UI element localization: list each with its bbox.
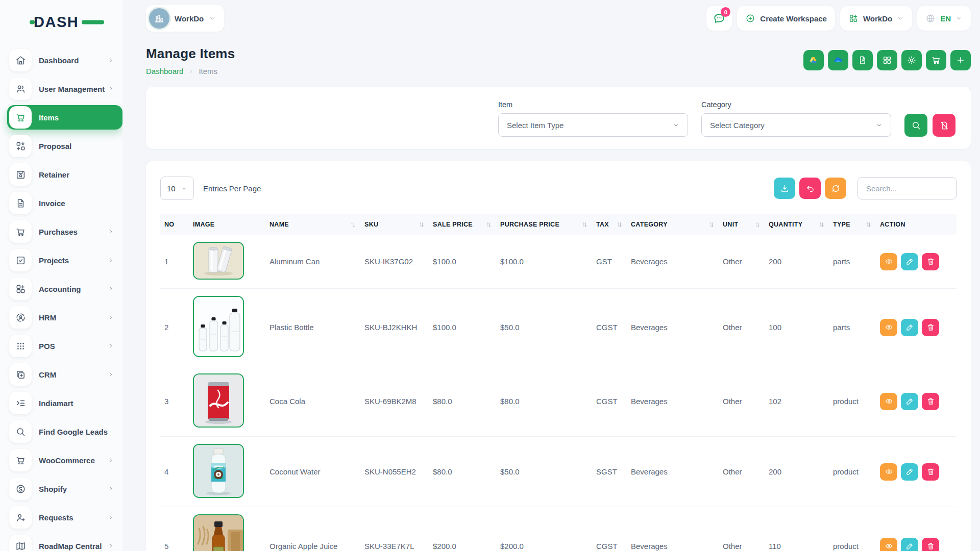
view-item-button[interactable]: [880, 393, 897, 410]
view-item-button[interactable]: [880, 253, 897, 270]
settings-button[interactable]: [901, 50, 922, 70]
sidebar-item-invoice[interactable]: Invoice: [7, 191, 122, 215]
sidebar-item-find-google-leads[interactable]: Find Google Leads: [7, 419, 122, 444]
column-header-type[interactable]: TYPE: [829, 214, 876, 235]
sort-icon[interactable]: [754, 221, 761, 228]
chevron-down-icon: [209, 15, 216, 22]
pencil-icon: [905, 467, 914, 476]
quick-actions: [803, 50, 971, 70]
sidebar-item-items[interactable]: Items: [7, 105, 122, 130]
column-header-category[interactable]: CATEGORY: [627, 214, 719, 235]
table-search-input[interactable]: [857, 177, 957, 199]
gear-icon: [906, 55, 917, 65]
delete-item-button[interactable]: [922, 463, 939, 481]
sidebar-item-projects[interactable]: Projects: [7, 248, 122, 272]
grid-view-button[interactable]: [877, 50, 897, 70]
undo-button[interactable]: [799, 178, 821, 199]
apps-menu-button[interactable]: WorkDo: [840, 6, 912, 31]
sidebar-item-user-management[interactable]: User Management: [7, 77, 122, 101]
edit-item-button[interactable]: [901, 393, 918, 410]
search-icon: [911, 120, 921, 131]
sidebar: DASH Dashboard User Management Items Pro…: [0, 0, 122, 551]
sort-icon[interactable]: [350, 221, 356, 228]
item-tax: CGST: [592, 507, 627, 551]
sidebar-item-purchases[interactable]: Purchases: [7, 219, 122, 244]
building-icon: [154, 13, 165, 24]
sidebar-item-indiamart[interactable]: Indiamart: [7, 391, 122, 415]
brand-logo[interactable]: DASH: [0, 8, 122, 36]
edit-item-button[interactable]: [901, 253, 918, 270]
view-item-button[interactable]: [880, 538, 897, 551]
view-item-button[interactable]: [880, 463, 897, 481]
eye-icon: [885, 257, 893, 266]
reset-filter-button[interactable]: [933, 114, 955, 137]
export-download-button[interactable]: [774, 178, 795, 199]
sidebar-item-woocommerce[interactable]: WooCommerce: [7, 448, 122, 472]
column-header-name[interactable]: NAME: [265, 214, 360, 235]
apps-grid-icon: [848, 13, 859, 23]
chevron-down-icon: [897, 15, 904, 22]
column-header-tax[interactable]: TAX: [592, 214, 627, 235]
column-header-purchase-price[interactable]: PURCHASE PRICE: [496, 214, 592, 235]
delete-item-button[interactable]: [922, 319, 939, 336]
sidebar-item-retainer[interactable]: Retainer: [7, 162, 122, 187]
sort-icon[interactable]: [865, 221, 872, 228]
onedrive-button[interactable]: [828, 50, 848, 70]
delete-item-button[interactable]: [922, 538, 939, 551]
breadcrumb-dashboard-link[interactable]: Dashboard: [146, 67, 183, 76]
hrm-icon: [9, 306, 32, 329]
sidebar-item-proposal[interactable]: Proposal: [7, 134, 122, 158]
item-name: Plastic Bottle: [265, 289, 360, 366]
category-select[interactable]: Select Category: [701, 113, 891, 137]
column-header-unit[interactable]: UNIT: [719, 214, 765, 235]
cart-shortcut-button[interactable]: [926, 50, 946, 70]
table-row: 3 Coca Cola SKU-69BK2M8 $80.0 $80.0 CGST…: [160, 366, 957, 437]
google-drive-button[interactable]: [803, 50, 824, 70]
edit-item-button[interactable]: [901, 463, 918, 481]
sidebar-item-accounting[interactable]: Accounting: [7, 277, 122, 301]
delete-item-button[interactable]: [922, 253, 939, 270]
view-item-button[interactable]: [880, 319, 897, 336]
language-selector[interactable]: EN: [917, 6, 971, 31]
sort-icon[interactable]: [708, 221, 715, 228]
pencil-icon: [905, 257, 914, 266]
sidebar-item-shopify[interactable]: Shopify: [7, 477, 122, 501]
sidebar-item-hrm[interactable]: HRM: [7, 305, 122, 330]
entries-per-page-select[interactable]: 10: [160, 177, 194, 200]
aluminum-cans-image: [193, 242, 244, 280]
purchases-cart-icon: [9, 220, 32, 243]
sort-icon[interactable]: [818, 221, 825, 228]
edit-item-button[interactable]: [901, 538, 918, 551]
add-item-button[interactable]: [950, 50, 971, 70]
edit-item-button[interactable]: [901, 319, 918, 336]
sort-icon[interactable]: [485, 221, 492, 228]
sort-icon[interactable]: [616, 221, 623, 228]
plastic-bottles-image: [193, 296, 244, 357]
sidebar-item-roadmap-central[interactable]: RoadMap Central: [7, 534, 122, 551]
sidebar-item-crm[interactable]: CRM: [7, 362, 122, 387]
apps-menu-label: WorkDo: [863, 14, 892, 23]
column-header-sku[interactable]: SKU: [360, 214, 429, 235]
sort-icon[interactable]: [418, 221, 425, 228]
sidebar-item-dashboard[interactable]: Dashboard: [7, 48, 122, 72]
apply-filter-button[interactable]: [904, 114, 927, 137]
item-category: Beverages: [627, 235, 719, 289]
table-row: 5 Apple Organic Apple Juice SKU-33E7K7L …: [160, 507, 957, 551]
messages-button[interactable]: 0: [706, 6, 732, 31]
refresh-button[interactable]: [825, 178, 846, 199]
create-workspace-button[interactable]: Create Workspace: [737, 6, 835, 31]
export-file-button[interactable]: [852, 50, 873, 70]
invoice-icon: [9, 192, 32, 214]
sidebar-item-pos[interactable]: POS: [7, 334, 122, 358]
delete-item-button[interactable]: [922, 393, 939, 410]
sort-icon[interactable]: [581, 221, 588, 228]
column-header-sale-price[interactable]: SALE PRICE: [429, 214, 496, 235]
proposal-icon: [9, 135, 32, 157]
item-type-select[interactable]: Select Item Type: [498, 113, 688, 137]
undo-arrow-icon: [805, 184, 815, 193]
workspace-switcher[interactable]: WorkDo: [146, 5, 224, 32]
chevron-right-icon: [107, 57, 114, 64]
sidebar-item-requests[interactable]: Requests: [7, 505, 122, 530]
column-header-quantity[interactable]: QUANTITY: [765, 214, 829, 235]
item-sku: SKU-69BK2M8: [360, 366, 429, 437]
